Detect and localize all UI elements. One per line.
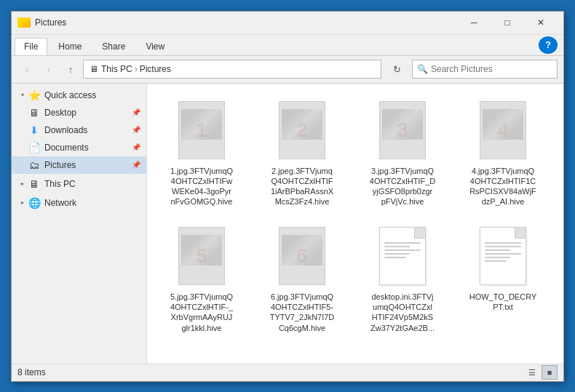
item-count: 8 items — [17, 367, 524, 377]
large-icon-view-button[interactable]: ■ — [542, 365, 558, 380]
sidebar: ▾ ⭐ Quick access 🖥 Desktop 📌 ⬇ Downloads… — [12, 84, 147, 364]
file-item[interactable]: 2 2.jpeg.3FTVjumqQ4OHTCZxlHTIF1iArBPbaRA… — [255, 91, 349, 211]
main-content: ▾ ⭐ Quick access 🖥 Desktop 📌 ⬇ Downloads… — [12, 84, 563, 364]
file-item[interactable]: HOW_TO_DECRYPT.txt — [456, 217, 550, 337]
file-item[interactable]: 1 1.jpg.3FTVjumqQ4OHTCZxlHTIFwWEKe04-3go… — [154, 91, 249, 211]
ribbon-tabs: File Home Share View ? — [12, 35, 563, 55]
tab-view[interactable]: View — [136, 38, 174, 55]
forward-button[interactable]: › — [39, 60, 58, 79]
this-pc-icon: 🖥 — [28, 177, 41, 191]
sidebar-item-this-pc[interactable]: ▸ 🖥 This PC — [12, 175, 146, 193]
pictures-label: Pictures — [44, 160, 129, 170]
downloads-icon: ⬇ — [28, 124, 41, 137]
file-thumbnail: 1 — [178, 101, 225, 159]
pin-icon: 📌 — [132, 108, 140, 116]
tab-file[interactable]: File — [15, 38, 47, 55]
view-controls: ☰ ■ — [524, 365, 558, 380]
file-grid: 1 1.jpg.3FTVjumqQ4OHTCZxlHTIFwWEKe04-3go… — [154, 91, 556, 337]
file-item[interactable]: 4 4.jpg.3FTVjumqQ4OHTCZxlHTIF1CRsPCISXV8… — [456, 91, 550, 211]
back-button[interactable]: ‹ — [17, 60, 36, 79]
window-title: Pictures — [35, 17, 457, 28]
file-label: 4.jpg.3FTVjumqQ4OHTCZxlHTIF1CRsPCISXV84a… — [469, 166, 536, 207]
file-thumbnail: 3 — [379, 101, 426, 159]
refresh-button[interactable]: ↻ — [387, 60, 406, 79]
file-doc-icon — [480, 227, 526, 285]
search-box[interactable]: 🔍 — [412, 60, 558, 79]
documents-icon: 📄 — [28, 141, 41, 154]
file-thumbnail: 5 — [178, 227, 225, 285]
pin-icon-pic: 📌 — [132, 161, 140, 169]
quick-access-section: ▾ ⭐ Quick access 🖥 Desktop 📌 ⬇ Downloads… — [12, 87, 146, 174]
expand-this-pc-icon: ▸ — [17, 179, 28, 189]
file-label: 1.jpg.3FTVjumqQ4OHTCZxlHTIFwWEKe04-3goPy… — [170, 166, 233, 207]
path-thispc: This PC — [101, 64, 132, 74]
sidebar-item-network[interactable]: ▸ 🌐 Network — [12, 194, 146, 212]
desktop-label: Desktop — [44, 108, 129, 118]
path-separator: › — [135, 64, 138, 74]
file-label: desktop.ini.3FTVjumqQ4OHTCZxlHTIF24Vp5M2… — [370, 292, 435, 333]
minimize-button[interactable]: ─ — [457, 11, 491, 34]
file-label: 5.jpg.3FTVjumqQ4OHTCZxlHTIF-_XrbVgrmAAyR… — [170, 292, 233, 333]
expand-network-icon: ▸ — [17, 198, 28, 208]
quick-access-label: Quick access — [44, 90, 140, 100]
search-icon: 🔍 — [417, 64, 428, 74]
quick-access-icon: ⭐ — [28, 89, 41, 102]
file-item[interactable]: 5 5.jpg.3FTVjumqQ4OHTCZxlHTIF-_XrbVgrmAA… — [154, 217, 249, 337]
sidebar-item-pictures[interactable]: 🗂 Pictures 📌 — [12, 156, 146, 174]
up-button[interactable]: ↑ — [61, 60, 80, 79]
file-icon-container: 3 — [373, 97, 432, 163]
desktop-icon: 🖥 — [28, 106, 41, 119]
address-bar: ‹ › ↑ 🖥 This PC › Pictures ↻ 🔍 — [12, 56, 563, 84]
close-button[interactable]: ✕ — [524, 11, 558, 34]
file-icon-container: 4 — [474, 97, 532, 163]
pin-icon-doc: 📌 — [132, 143, 140, 151]
expand-icon: ▾ — [17, 90, 28, 100]
file-label: 2.jpeg.3FTVjumqQ4OHTCZxlHTIF1iArBPbaRAss… — [271, 166, 333, 207]
pictures-icon: 🗂 — [28, 159, 41, 172]
file-doc-icon — [379, 227, 426, 285]
this-pc-label: This PC — [44, 179, 140, 189]
network-icon: 🌐 — [28, 196, 41, 209]
sidebar-item-documents[interactable]: 📄 Documents 📌 — [12, 139, 146, 156]
sidebar-item-downloads[interactable]: ⬇ Downloads 📌 — [12, 121, 146, 139]
sidebar-item-desktop[interactable]: 🖥 Desktop 📌 — [12, 104, 146, 121]
network-section: ▸ 🌐 Network — [12, 194, 146, 212]
network-label: Network — [44, 198, 140, 208]
documents-label: Documents — [44, 143, 129, 153]
downloads-label: Downloads — [44, 125, 129, 135]
file-icon-container: 1 — [172, 97, 231, 163]
file-thumbnail: 2 — [279, 101, 325, 159]
file-item[interactable]: desktop.ini.3FTVjumqQ4OHTCZxlHTIF24Vp5M2… — [355, 217, 450, 337]
pin-icon-dl: 📌 — [132, 126, 140, 134]
window-icon — [17, 17, 31, 28]
file-thumbnail: 4 — [480, 101, 526, 159]
file-icon-container: 6 — [273, 223, 331, 289]
window-controls: ─ □ ✕ — [457, 11, 558, 34]
tab-home[interactable]: Home — [49, 38, 91, 55]
help-button[interactable]: ? — [539, 36, 558, 54]
search-input[interactable] — [431, 64, 552, 74]
details-view-button[interactable]: ☰ — [524, 365, 540, 380]
address-path[interactable]: 🖥 This PC › Pictures — [83, 60, 381, 79]
file-area: 1 1.jpg.3FTVjumqQ4OHTCZxlHTIFwWEKe04-3go… — [147, 84, 563, 364]
maximize-button[interactable]: □ — [491, 11, 524, 34]
file-label: HOW_TO_DECRYPT.txt — [469, 292, 537, 313]
file-item[interactable]: 3 3.jpg.3FTVjumqQ4OHTCZxlHTIF_DyjGSFO8pr… — [355, 91, 450, 211]
file-label: 3.jpg.3FTVjumqQ4OHTCZxlHTIF_DyjGSFO8prb0… — [370, 166, 435, 207]
path-icon: 🖥 — [90, 64, 98, 74]
explorer-window: Pictures ─ □ ✕ File Home Share View ? ‹ … — [11, 11, 564, 382]
title-bar: Pictures ─ □ ✕ — [12, 12, 563, 35]
file-thumbnail: 6 — [279, 227, 325, 285]
file-icon-container: 5 — [172, 223, 231, 289]
ribbon: File Home Share View ? — [12, 35, 563, 56]
file-label: 6.jpg.3FTVjumqQ4OHTCZxlHTIF5-TYTV7_2JkN7… — [270, 292, 335, 333]
tab-share[interactable]: Share — [92, 38, 135, 55]
file-icon-container: 2 — [273, 97, 331, 163]
status-bar: 8 items ☰ ■ — [12, 364, 563, 381]
file-icon-container — [373, 223, 432, 289]
quick-access-header[interactable]: ▾ ⭐ Quick access — [12, 87, 146, 104]
file-icon-container — [474, 223, 532, 289]
path-pictures: Pictures — [140, 64, 171, 74]
file-item[interactable]: 6 6.jpg.3FTVjumqQ4OHTCZxlHTIF5-TYTV7_2Jk… — [255, 217, 349, 337]
this-pc-section: ▸ 🖥 This PC — [12, 175, 146, 193]
